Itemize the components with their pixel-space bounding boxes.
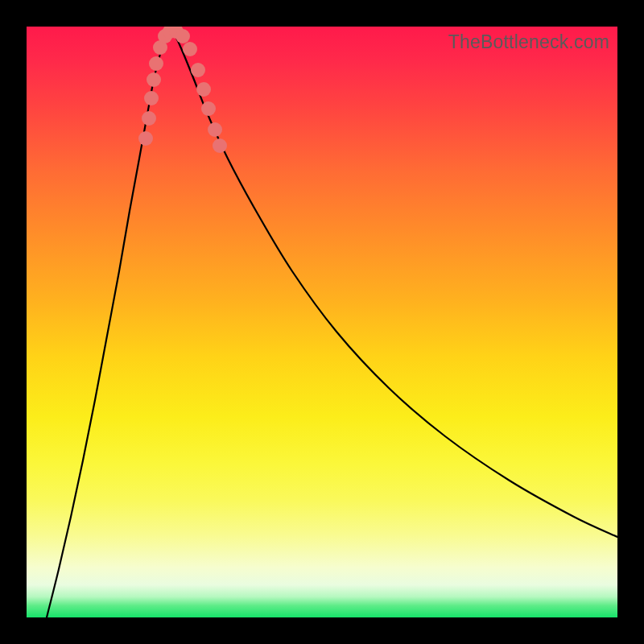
data-marker [191,63,205,77]
data-marker [175,29,190,43]
data-marker [196,82,211,97]
data-marker [138,131,153,146]
bottleneck-curve [47,30,617,617]
data-marker [147,72,161,87]
curve-layer [27,27,617,617]
data-marker [213,138,227,153]
data-marker [208,122,222,137]
data-marker [201,101,216,116]
data-marker [149,56,163,71]
chart-frame: TheBottleneck.com [0,0,644,644]
plot-area: TheBottleneck.com [27,27,617,617]
data-marker [183,42,197,56]
data-marker [144,91,159,105]
data-marker [142,111,156,126]
